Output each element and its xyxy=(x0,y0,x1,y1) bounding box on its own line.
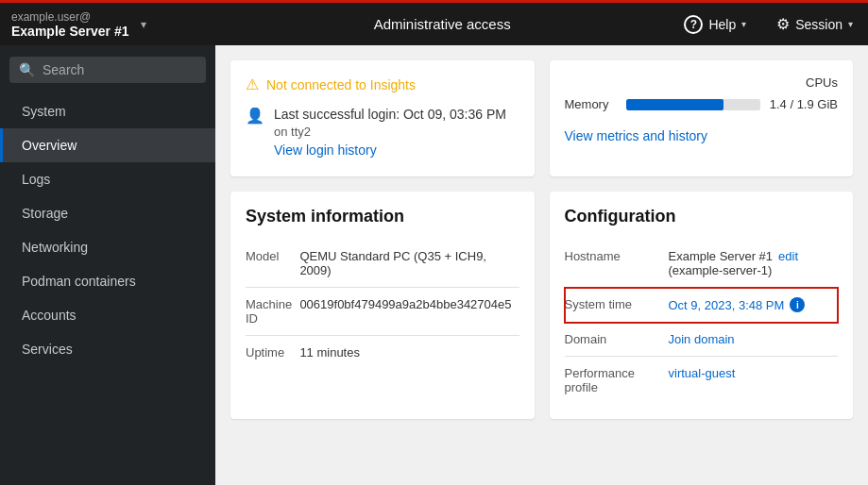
perf-label: Performance profile xyxy=(565,357,669,405)
perf-row: Performance profile virtual-guest xyxy=(565,357,839,405)
login-label: Last successful login: Oct 09, 03:36 PM xyxy=(274,105,506,125)
machineid-value: 00619f0bf479499a9a2b4bbe342704e5 xyxy=(299,288,519,336)
uptime-value: 11 minutes xyxy=(299,336,519,370)
config-table: Hostname Example Server #1 (example-serv… xyxy=(565,240,839,404)
systemtime-value-cell: Oct 9, 2023, 3:48 PM i xyxy=(669,288,839,323)
server-selector[interactable]: example.user@ Example Server #1 ▾ xyxy=(0,10,215,39)
memory-value: 1.4 / 1.9 GiB xyxy=(770,97,838,111)
sidebar-item-storage[interactable]: Storage xyxy=(0,196,215,230)
join-domain-link[interactable]: Join domain xyxy=(669,332,735,346)
server-name: Example Server #1 xyxy=(11,24,129,39)
cpu-label: CPUs xyxy=(565,75,839,90)
sysinfo-title: System information xyxy=(246,207,519,226)
login-sub: on tty2 xyxy=(274,125,506,139)
server-user: example.user@ xyxy=(11,10,129,24)
edit-hostname-link[interactable]: edit xyxy=(778,249,798,263)
admin-access-label: Administrative access xyxy=(374,16,511,32)
hostname-label: Hostname xyxy=(565,240,669,288)
table-row: Machine ID 00619f0bf479499a9a2b4bbe34270… xyxy=(246,288,519,336)
metrics-card: CPUs Memory 1.4 / 1.9 GiB View metrics a… xyxy=(550,60,854,176)
search-box[interactable]: 🔍 xyxy=(9,57,206,83)
warning-icon: ⚠ xyxy=(246,75,259,93)
view-login-link[interactable]: View login history xyxy=(274,142,377,158)
help-button[interactable]: ? Help ▾ xyxy=(669,2,761,47)
memory-progress-fill xyxy=(626,99,724,110)
health-card: ⚠ Not connected to Insights 👤 Last succe… xyxy=(230,60,535,176)
systemtime-value[interactable]: Oct 9, 2023, 3:48 PM xyxy=(669,298,785,312)
sidebar-item-networking[interactable]: Networking xyxy=(0,230,215,264)
memory-progress-bar xyxy=(626,99,760,110)
table-row: Model QEMU Standard PC (Q35 + ICH9, 2009… xyxy=(246,240,519,288)
model-value: QEMU Standard PC (Q35 + ICH9, 2009) xyxy=(299,240,519,288)
login-info: 👤 Last successful login: Oct 09, 03:36 P… xyxy=(246,105,519,158)
hostname-value-cell: Example Server #1 (example-server-1) edi… xyxy=(669,240,839,288)
search-icon: 🔍 xyxy=(19,62,35,77)
sidebar-item-accounts[interactable]: Accounts xyxy=(0,298,215,332)
search-input[interactable] xyxy=(43,62,196,77)
server-chevron-icon: ▾ xyxy=(141,18,146,31)
model-label: Model xyxy=(246,240,299,288)
info-icon[interactable]: i xyxy=(790,297,805,312)
content-area: ⚠ Not connected to Insights 👤 Last succe… xyxy=(215,45,868,485)
sidebar: 🔍 System Overview Logs Storage Networkin… xyxy=(0,45,215,485)
hostname-row: Hostname Example Server #1 (example-serv… xyxy=(565,240,839,288)
hostname-value: Example Server #1 xyxy=(669,249,774,263)
insights-warning-text[interactable]: Not connected to Insights xyxy=(266,77,416,92)
systemtime-label: System time xyxy=(565,288,669,323)
config-card: Configuration Hostname Example Server #1… xyxy=(550,192,854,419)
domain-link-cell: Join domain xyxy=(669,323,839,357)
memory-label: Memory xyxy=(565,97,617,111)
help-label: Help xyxy=(708,17,736,32)
sidebar-item-system[interactable]: System xyxy=(0,94,215,128)
help-icon: ? xyxy=(684,15,703,34)
session-label: Session xyxy=(795,17,842,32)
sysinfo-table: Model QEMU Standard PC (Q35 + ICH9, 2009… xyxy=(246,240,519,369)
sidebar-item-overview[interactable]: Overview xyxy=(0,128,215,162)
topbar-right: ? Help ▾ ⚙ Session ▾ xyxy=(669,2,868,47)
user-icon: 👤 xyxy=(246,107,264,125)
topbar: example.user@ Example Server #1 ▾ Admini… xyxy=(0,0,868,45)
memory-metric-row: Memory 1.4 / 1.9 GiB xyxy=(565,97,839,111)
perf-value-cell: virtual-guest xyxy=(669,357,839,405)
config-title: Configuration xyxy=(565,207,839,226)
session-chevron-icon: ▾ xyxy=(848,19,853,29)
domain-label: Domain xyxy=(565,323,669,357)
view-metrics-link[interactable]: View metrics and history xyxy=(565,128,707,143)
sidebar-item-podman[interactable]: Podman containers xyxy=(0,264,215,298)
machineid-label: Machine ID xyxy=(246,288,299,336)
system-time-row: System time Oct 9, 2023, 3:48 PM i xyxy=(565,288,839,323)
insights-warning: ⚠ Not connected to Insights xyxy=(246,75,519,93)
uptime-label: Uptime xyxy=(246,336,299,370)
perf-profile-link[interactable]: virtual-guest xyxy=(669,366,736,380)
main-layout: 🔍 System Overview Logs Storage Networkin… xyxy=(0,45,868,485)
table-row: Uptime 11 minutes xyxy=(246,336,519,370)
sidebar-item-logs[interactable]: Logs xyxy=(0,162,215,196)
sysinfo-card: System information Model QEMU Standard P… xyxy=(230,192,535,419)
sidebar-item-services[interactable]: Services xyxy=(0,332,215,366)
gear-icon: ⚙ xyxy=(776,15,790,33)
help-chevron-icon: ▾ xyxy=(741,19,746,29)
session-button[interactable]: ⚙ Session ▾ xyxy=(761,2,868,47)
domain-row: Domain Join domain xyxy=(565,323,839,357)
hostname-sub: (example-server-1) xyxy=(669,263,773,277)
